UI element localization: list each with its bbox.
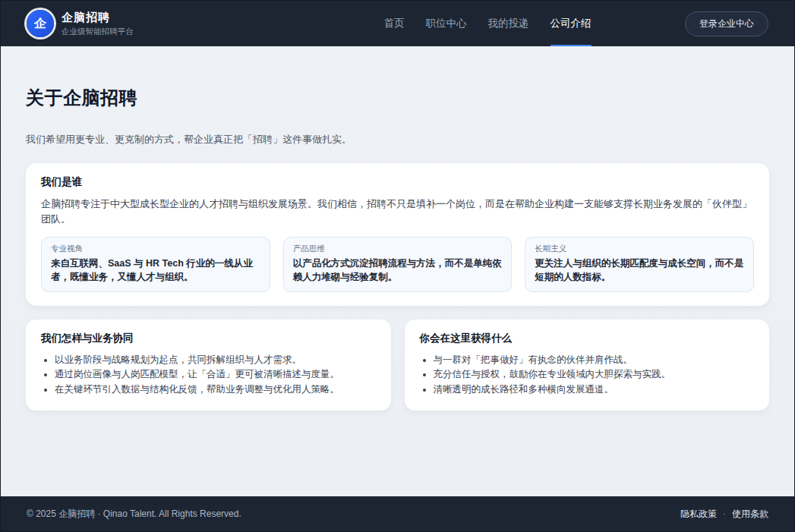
terms-of-use-link[interactable]: 使用条款: [732, 508, 768, 521]
list-item: 通过岗位画像与人岗匹配模型，让「合适」更可被清晰描述与度量。: [55, 367, 376, 382]
pillar-label: 产品思维: [293, 244, 503, 254]
page-title: 关于企脑招聘: [26, 86, 769, 110]
collaboration-list: 以业务阶段与战略规划为起点，共同拆解组织与人才需求。 通过岗位画像与人岗匹配模型…: [41, 353, 376, 397]
nav-link-home[interactable]: 首页: [384, 1, 405, 46]
collaboration-title: 我们怎样与业务协同: [41, 332, 376, 345]
brand-subtitle: 企业级智能招聘平台: [62, 27, 134, 37]
nav-link-applications[interactable]: 我的投递: [488, 1, 529, 46]
nav-link-about[interactable]: 公司介绍: [551, 1, 592, 46]
pillar-label: 长期主义: [535, 244, 744, 254]
list-item: 清晰透明的成长路径和多种横向发展通道。: [434, 382, 755, 397]
list-item: 以业务阶段与战略规划为起点，共同拆解组织与人才需求。: [55, 353, 376, 367]
brand-text: 企脑招聘 企业级智能招聘平台: [62, 11, 134, 37]
privacy-policy-link[interactable]: 隐私政策: [680, 508, 717, 521]
main-nav: 首页 职位中心 我的投递 公司介绍: [384, 1, 592, 46]
logo-glyph: 企: [34, 16, 46, 32]
footer-links: 隐私政策 · 使用条款: [680, 508, 768, 521]
footer-separator: ·: [723, 508, 726, 519]
list-item: 与一群对「把事做好」有执念的伙伴并肩作战。: [434, 353, 755, 367]
logo-icon: 企: [27, 10, 54, 37]
pillar-text: 更关注人与组织的长期匹配度与成长空间，而不是短期的人数指标。: [535, 257, 744, 284]
collaboration-card: 我们怎样与业务协同 以业务阶段与战略规划为起点，共同拆解组织与人才需求。 通过岗…: [26, 320, 391, 411]
benefits-title: 你会在这里获得什么: [420, 332, 755, 345]
login-enterprise-button[interactable]: 登录企业中心: [685, 11, 768, 36]
pillar-product-thinking: 产品思维 以产品化方式沉淀招聘流程与方法，而不是单纯依赖人力堆砌与经验复制。: [283, 237, 513, 292]
pillar-text: 以产品化方式沉淀招聘流程与方法，而不是单纯依赖人力堆砌与经验复制。: [293, 257, 503, 284]
pillar-long-termism: 长期主义 更关注人与组织的长期匹配度与成长空间，而不是短期的人数指标。: [525, 237, 754, 292]
list-item: 充分信任与授权，鼓励你在专业领域内大胆探索与实践。: [434, 367, 755, 382]
pillar-label: 专业视角: [51, 244, 260, 254]
list-item: 在关键环节引入数据与结构化反馈，帮助业务调整与优化用人策略。: [55, 382, 376, 397]
pillars-row: 专业视角 来自互联网、SaaS 与 HR Tech 行业的一线从业者，既懂业务，…: [41, 237, 754, 292]
brand[interactable]: 企 企脑招聘 企业级智能招聘平台: [27, 10, 134, 37]
benefits-list: 与一群对「把事做好」有执念的伙伴并肩作战。 充分信任与授权，鼓励你在专业领域内大…: [420, 353, 755, 397]
who-we-are-title: 我们是谁: [41, 175, 754, 189]
pillar-professional-view: 专业视角 来自互联网、SaaS 与 HR Tech 行业的一线从业者，既懂业务，…: [41, 237, 270, 292]
brand-title: 企脑招聘: [62, 11, 134, 25]
who-we-are-card: 我们是谁 企脑招聘专注于中大型成长型企业的人才招聘与组织发展场景。我们相信，招聘…: [26, 163, 769, 306]
top-navbar: 企 企脑招聘 企业级智能招聘平台 首页 职位中心 我的投递 公司介绍 登录企业中…: [1, 1, 794, 46]
pillar-text: 来自互联网、SaaS 与 HR Tech 行业的一线从业者，既懂业务，又懂人才与…: [51, 257, 260, 284]
benefits-card: 你会在这里获得什么 与一群对「把事做好」有执念的伙伴并肩作战。 充分信任与授权，…: [405, 320, 770, 411]
nav-link-jobs[interactable]: 职位中心: [426, 1, 467, 46]
two-column-row: 我们怎样与业务协同 以业务阶段与战略规划为起点，共同拆解组织与人才需求。 通过岗…: [26, 320, 769, 411]
who-we-are-description: 企脑招聘专注于中大型成长型企业的人才招聘与组织发展场景。我们相信，招聘不只是填补…: [41, 197, 754, 226]
page-intro: 我们希望用更专业、更克制的方式，帮企业真正把「招聘」这件事做扎实。: [26, 133, 769, 146]
copyright-text: © 2025 企脑招聘 · Qinao Talent. All Rights R…: [27, 508, 241, 521]
footer: © 2025 企脑招聘 · Qinao Talent. All Rights R…: [1, 496, 794, 531]
main-content: 关于企脑招聘 我们希望用更专业、更克制的方式，帮企业真正把「招聘」这件事做扎实。…: [1, 46, 794, 496]
